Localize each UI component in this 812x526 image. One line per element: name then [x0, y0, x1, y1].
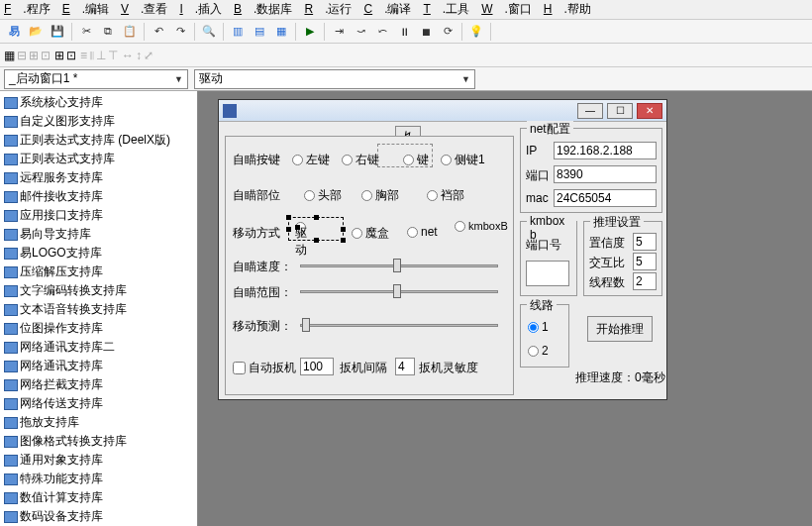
radio-route2[interactable]: 2 [528, 344, 549, 358]
align2-icon[interactable]: ⊟ [17, 49, 27, 62]
menu-item[interactable]: C.编译 [363, 1, 411, 18]
undo-icon[interactable]: ↶ [149, 22, 168, 42]
edit-conf[interactable] [633, 233, 657, 251]
library-item[interactable]: 特殊功能支持库 [0, 470, 197, 488]
stepout-icon[interactable]: ⤺ [372, 22, 392, 42]
grid2-icon[interactable]: ⊡ [66, 49, 76, 62]
menu-item[interactable]: T.工具 [423, 1, 469, 18]
library-item[interactable]: 图像格式转换支持库 [0, 432, 197, 451]
help-icon[interactable]: 💡 [466, 22, 486, 42]
library-item[interactable]: 易LOGO支持库 [0, 244, 197, 263]
redo-icon[interactable]: ↷ [170, 22, 190, 42]
edit-mac[interactable] [554, 189, 657, 207]
menu-item[interactable]: R.运行 [304, 1, 352, 18]
size2-icon[interactable]: ↕ [136, 49, 142, 62]
align3-icon[interactable]: ⊞ [29, 49, 39, 62]
library-item[interactable]: 邮件接收支持库 [0, 187, 197, 206]
close-button[interactable]: ✕ [637, 103, 662, 119]
edit-ip[interactable] [554, 142, 657, 159]
align1-icon[interactable]: ▦ [4, 49, 15, 62]
edit-port[interactable] [554, 165, 657, 183]
slider-aimrange-thumb[interactable] [393, 284, 401, 298]
dist2-icon[interactable]: ⫴ [89, 49, 94, 62]
align4-icon[interactable]: ⊡ [41, 49, 51, 62]
dist4-icon[interactable]: ⊤ [108, 49, 118, 62]
radio-left[interactable]: 左键 [292, 152, 330, 168]
size3-icon[interactable]: ⤢ [144, 49, 153, 62]
save-icon[interactable]: 💾 [48, 22, 67, 42]
library-item[interactable]: 易向导支持库 [0, 225, 197, 244]
titlebar[interactable]: — ☐ ✕ [219, 100, 666, 122]
library-item[interactable]: 正则表达式支持库 [0, 150, 197, 168]
radio-right[interactable]: 右键 [342, 152, 379, 168]
edit-sens[interactable] [395, 358, 415, 375]
slider-predict[interactable] [300, 324, 498, 327]
radio-key[interactable]: 键 [403, 152, 429, 168]
library-item[interactable]: 正则表达式支持库 (DeelX版) [0, 131, 197, 150]
library-item[interactable]: 自定义图形支持库 [0, 112, 197, 131]
find-icon[interactable]: 🔍 [199, 22, 219, 42]
menu-item[interactable]: I.插入 [179, 1, 222, 18]
menu-item[interactable]: E.编辑 [62, 1, 109, 18]
panel3-icon[interactable]: ▦ [271, 22, 291, 42]
library-item[interactable]: 网络通讯支持库二 [0, 338, 197, 357]
menu-item[interactable]: V.查看 [121, 1, 167, 18]
library-item[interactable]: 系统核心支持库 [0, 93, 197, 112]
radio-net[interactable]: net [407, 225, 438, 239]
dist1-icon[interactable]: ≡ [80, 49, 87, 62]
radio-chest[interactable]: 胸部 [361, 187, 399, 204]
window-combo[interactable]: _启动窗口1 *▼ [4, 69, 188, 89]
run-icon[interactable]: ▶ [300, 22, 320, 42]
radio-route1[interactable]: 1 [528, 320, 549, 334]
radio-kmboxb[interactable]: kmboxB [455, 221, 508, 232]
library-item[interactable]: 应用接口支持库 [0, 206, 197, 225]
open-icon[interactable]: 📂 [26, 22, 46, 42]
panel1-icon[interactable]: ▥ [228, 22, 248, 42]
edit-threads[interactable] [633, 272, 657, 290]
library-sidebar[interactable]: 系统核心支持库自定义图形支持库正则表达式支持库 (DeelX版)正则表达式支持库… [0, 91, 198, 526]
paste-icon[interactable]: 📋 [120, 22, 140, 42]
control-combo[interactable]: 驱动▼ [194, 69, 475, 89]
menu-item[interactable]: W.窗口 [481, 1, 532, 18]
radio-side1[interactable]: 侧键1 [441, 152, 485, 168]
radio-mohe[interactable]: 魔盒 [352, 225, 389, 242]
library-item[interactable]: 网络传送支持库 [0, 394, 197, 413]
restart-icon[interactable]: ⟳ [438, 22, 457, 42]
library-item[interactable]: 网络拦截支持库 [0, 375, 197, 394]
library-item[interactable]: 文字编码转换支持库 [0, 281, 197, 300]
minimize-button[interactable]: — [577, 103, 603, 119]
stop-icon[interactable]: ⏹ [416, 22, 436, 42]
radio-crotch[interactable]: 裆部 [427, 187, 464, 204]
menu-item[interactable]: B.数据库 [234, 1, 292, 18]
library-item[interactable]: 压缩解压支持库 [0, 263, 197, 281]
library-item[interactable]: 网络通讯支持库 [0, 357, 197, 375]
edit-interval[interactable] [300, 358, 334, 375]
cut-icon[interactable]: ✂ [76, 22, 96, 42]
step-icon[interactable]: ⇥ [329, 22, 349, 42]
edit-kmbox-port[interactable] [526, 261, 569, 286]
library-item[interactable]: 数值计算支持库 [0, 488, 197, 507]
radio-head[interactable]: 头部 [304, 187, 342, 204]
menu-item[interactable]: F.程序 [4, 1, 51, 18]
slider-aimspeed-thumb[interactable] [393, 259, 401, 272]
library-item[interactable]: 远程服务支持库 [0, 168, 197, 187]
start-infer-button[interactable]: 开始推理 [587, 316, 653, 342]
library-item[interactable]: 拖放支持库 [0, 413, 197, 432]
panel2-icon[interactable]: ▤ [250, 22, 269, 42]
form-body[interactable]: ↯ 自瞄按键 左键 右键 键 侧键1 自瞄部位 头部 胸部 裆部 移动方式 [219, 122, 666, 399]
library-item[interactable]: 文本语音转换支持库 [0, 300, 197, 319]
break-icon[interactable]: ⏸ [394, 22, 414, 42]
edit-iou[interactable] [633, 253, 657, 270]
menu-item[interactable]: H.帮助 [544, 1, 591, 18]
slider-predict-thumb[interactable] [302, 318, 310, 332]
selected-radio-drive[interactable]: 驱动 [288, 217, 344, 241]
grid1-icon[interactable]: ⊞ [54, 49, 64, 62]
check-autotrigger[interactable]: 自动扳机 [233, 360, 296, 376]
dist3-icon[interactable]: ⊥ [96, 49, 106, 62]
size1-icon[interactable]: ↔ [122, 49, 134, 62]
stepover-icon[interactable]: ⤻ [351, 22, 370, 42]
library-item[interactable]: 位图操作支持库 [0, 319, 197, 338]
maximize-button[interactable]: ☐ [607, 103, 633, 119]
library-item[interactable]: 通用对象支持库 [0, 451, 197, 470]
library-item[interactable]: 数码设备支持库 [0, 507, 197, 526]
